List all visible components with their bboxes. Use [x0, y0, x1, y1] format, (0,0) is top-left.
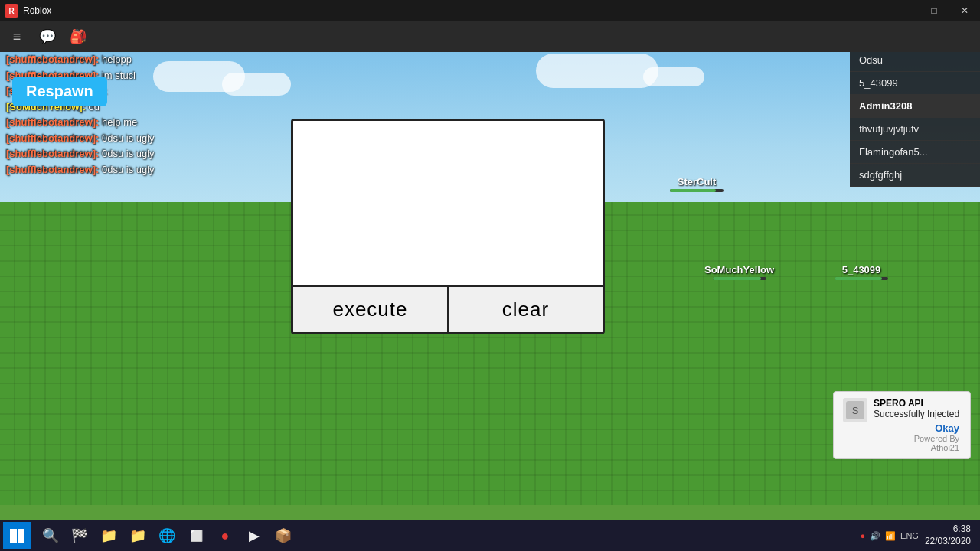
media-taskbar-item[interactable]: ▶ — [240, 522, 268, 549]
spero-message: Successfully Injected — [874, 409, 959, 419]
player-list-item[interactable]: Flamingofan5... — [850, 141, 980, 164]
volume-icon: 🔊 — [870, 531, 880, 541]
spero-okay-button[interactable]: Okay — [874, 422, 959, 434]
svg-rect-2 — [10, 529, 17, 536]
code-taskbar-item[interactable]: ⬜ — [182, 522, 210, 549]
player-list-item[interactable]: Odsu — [850, 49, 980, 72]
taskbar-time: 6:38 — [925, 523, 971, 536]
player-list-item[interactable]: Admin3208 — [850, 95, 980, 118]
search-taskbar-item[interactable]: 🔍 — [37, 522, 64, 549]
chat-icon[interactable]: 💬 — [37, 26, 58, 47]
maximize-button[interactable]: □ — [919, 0, 949, 21]
chat-overlay: [shufflebotandrew]: helppp[shufflebotand… — [6, 52, 251, 178]
cortana-taskbar-item[interactable]: 🏁 — [66, 522, 93, 549]
chat-message: [shufflebotandrew]: 0dsu is ugly — [6, 146, 251, 161]
respawn-button[interactable]: Respawn — [12, 77, 107, 106]
svg-rect-5 — [18, 536, 24, 543]
window-title: Roblox — [23, 5, 888, 16]
executor-textarea[interactable] — [293, 121, 603, 282]
chrome-taskbar-item[interactable]: 🌐 — [153, 522, 181, 549]
cloud — [536, 54, 658, 88]
taskbar-right: ● 🔊 📶 ENG 6:38 22/03/2020 — [860, 523, 977, 547]
player-list-item[interactable]: sdgfgffghj — [850, 164, 980, 187]
spero-notification: S SPERO API Successfully Injected Okay P… — [833, 391, 971, 459]
executor-panel: execute clear — [291, 119, 605, 334]
toolbar: ≡ 💬 🎒 — [0, 21, 980, 52]
minimize-button[interactable]: ─ — [888, 0, 919, 21]
record-taskbar-item[interactable]: ● — [211, 522, 239, 549]
execute-button[interactable]: execute — [293, 287, 449, 332]
player-list-item[interactable]: fhvufjuvjvfjufv — [850, 118, 980, 141]
folder-taskbar-item[interactable]: 📁 — [124, 522, 152, 549]
player-list-item[interactable]: 5_43099 — [850, 72, 980, 95]
file-explorer-taskbar-item[interactable]: 📁 — [95, 522, 122, 549]
player-nametag-somuchyellow: SoMuchYellow — [704, 264, 774, 280]
svg-text:S: S — [852, 405, 859, 416]
chat-message: [shufflebotandrew]: help me — [6, 115, 251, 130]
titlebar: R Roblox ─ □ ✕ — [0, 0, 980, 21]
clear-button[interactable]: clear — [449, 287, 603, 332]
taskbar-date: 22/03/2020 — [925, 536, 971, 548]
chat-message: [shufflebotandrew]: helppp — [6, 52, 251, 67]
close-button[interactable]: ✕ — [949, 0, 980, 21]
menu-icon[interactable]: ≡ — [6, 26, 28, 47]
taskbar-clock: 6:38 22/03/2020 — [925, 523, 971, 547]
svg-rect-4 — [10, 536, 17, 543]
chat-message: [shufflebotandrew]: 0dsu is ugly — [6, 162, 251, 178]
network-icon: 📶 — [885, 531, 896, 541]
roblox-tray-icon: ● — [860, 531, 865, 540]
player-nametag-5-43099: 5_43099 — [835, 264, 888, 280]
executor-button-row: execute clear — [293, 285, 603, 332]
spero-content: SPERO API Successfully Injected Okay Pow… — [874, 398, 959, 452]
package-taskbar-item[interactable]: 📦 — [270, 522, 297, 549]
lang-indicator: ENG — [900, 531, 919, 540]
system-tray: ● 🔊 📶 ENG — [860, 531, 919, 541]
player-nametag-stercult: SterCult — [670, 176, 724, 192]
svg-rect-3 — [18, 529, 24, 536]
taskbar: 🔍 🏁 📁 📁 🌐 ⬜ ● ▶ 📦 ● 🔊 📶 ENG 6:38 22/03/2… — [0, 520, 980, 551]
chat-message: [shufflebotandrew]: 0dsu is ugly — [6, 131, 251, 146]
cloud — [643, 67, 704, 86]
spero-title: SPERO API — [874, 398, 959, 409]
spero-icon: S — [843, 398, 867, 422]
backpack-icon[interactable]: 🎒 — [67, 26, 89, 47]
start-button[interactable] — [3, 522, 31, 549]
roblox-icon: R — [5, 4, 18, 18]
powered-by: Powered ByAthoi21 — [874, 434, 959, 452]
